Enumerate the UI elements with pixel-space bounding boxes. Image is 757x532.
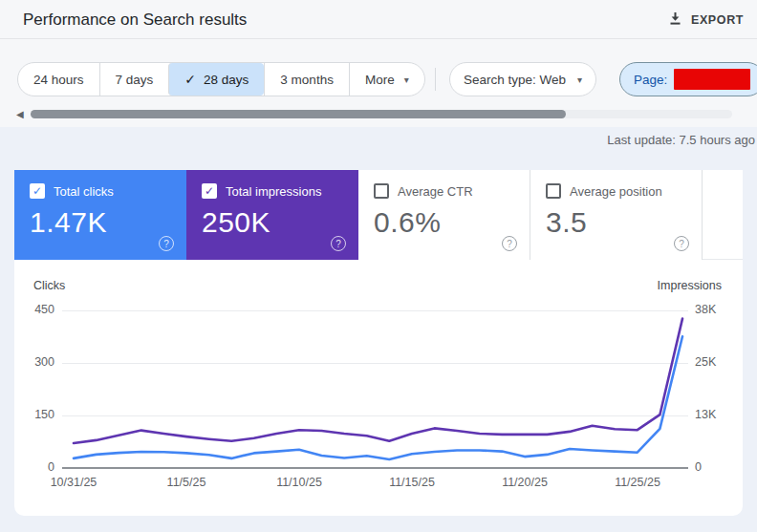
chart-canvas — [14, 260, 743, 516]
chip-label: 7 days — [116, 73, 154, 87]
date-range-chip-28-days[interactable]: ✓ 28 days — [168, 63, 264, 96]
date-range-chip-7-days[interactable]: 7 days — [99, 63, 169, 96]
metric-value: 250K — [202, 206, 345, 239]
help-icon[interactable]: ? — [159, 236, 174, 251]
search-type-chip[interactable]: Search type: Web ▾ — [449, 62, 596, 96]
scrollbar-thumb[interactable] — [31, 110, 566, 118]
metric-card-average-ctr[interactable]: Average CTR 0.6% ? — [358, 170, 530, 260]
metric-value: 0.6% — [374, 206, 516, 239]
metric-label: Total impressions — [226, 184, 321, 199]
horizontal-scrollbar[interactable]: ◀ — [0, 107, 757, 122]
scroll-left-arrow-icon[interactable]: ◀ — [16, 109, 24, 120]
chevron-down-icon: ▾ — [404, 74, 409, 85]
date-range-chip-3-months[interactable]: 3 months — [264, 63, 349, 96]
impressions-line — [74, 319, 682, 443]
date-range-chip-more[interactable]: More ▾ — [349, 63, 424, 96]
date-range-chip-group: 24 hours 7 days ✓ 28 days 3 months More … — [17, 62, 425, 96]
chip-label: 28 days — [204, 73, 249, 87]
header: Performance on Search results EXPORT — [0, 0, 757, 39]
filter-divider — [435, 68, 436, 91]
page-title: Performance on Search results — [23, 0, 247, 39]
total-impressions-checkbox[interactable]: ✓ — [202, 183, 217, 199]
page-filter-chip[interactable]: Page: — [619, 62, 757, 96]
last-update-text: Last update: 7.5 hours ago — [607, 133, 755, 147]
page-filter-label: Page: — [634, 73, 667, 87]
metric-card-total-clicks[interactable]: ✓ Total clicks 1.47K ? — [14, 170, 186, 260]
performance-chart: Clicks Impressions 450 300 150 0 38K 25K… — [14, 260, 743, 516]
average-position-checkbox[interactable] — [546, 183, 561, 199]
checkmark-icon: ✓ — [184, 72, 196, 87]
filter-bar: 24 hours 7 days ✓ 28 days 3 months More … — [0, 62, 757, 96]
date-range-chip-24-hours[interactable]: 24 hours — [18, 63, 99, 96]
metric-label: Total clicks — [54, 184, 114, 199]
metric-label: Average position — [570, 184, 662, 199]
metric-value: 1.47K — [30, 206, 173, 239]
metrics-row: ✓ Total clicks 1.47K ? ✓ Total impressio… — [14, 170, 743, 260]
total-clicks-checkbox[interactable]: ✓ — [30, 183, 45, 199]
chip-label: More — [365, 73, 395, 87]
metric-value: 3.5 — [546, 206, 688, 239]
help-icon[interactable]: ? — [674, 236, 689, 251]
export-label: EXPORT — [691, 13, 744, 27]
clicks-line — [74, 336, 682, 459]
metric-card-average-position[interactable]: Average position 3.5 ? — [530, 170, 703, 260]
help-icon[interactable]: ? — [331, 236, 346, 251]
chip-label: 3 months — [280, 73, 334, 87]
help-icon[interactable]: ? — [502, 236, 517, 251]
average-ctr-checkbox[interactable] — [374, 183, 389, 199]
search-type-label: Search type: Web — [464, 73, 566, 87]
export-button[interactable]: EXPORT — [668, 7, 744, 33]
chevron-down-icon: ▾ — [577, 74, 582, 85]
redaction-overlay — [674, 69, 750, 90]
performance-panel: ✓ Total clicks 1.47K ? ✓ Total impressio… — [14, 170, 743, 516]
chip-label: 24 hours — [33, 73, 84, 87]
download-icon — [668, 11, 682, 29]
metric-label: Average CTR — [398, 184, 473, 199]
metric-card-total-impressions[interactable]: ✓ Total impressions 250K ? — [186, 170, 358, 260]
